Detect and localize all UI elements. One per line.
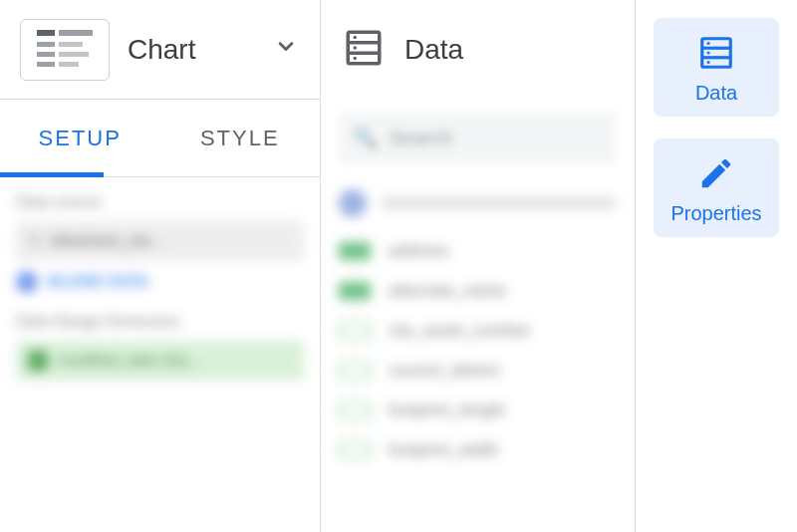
field-name: footprint_width — [389, 440, 499, 460]
svg-rect-4 — [37, 52, 55, 57]
rail-data-label: Data — [695, 82, 737, 105]
data-fields-panel: Data 🔍 Search address alternate_name cit… — [321, 0, 636, 532]
chart-type-label: Chart — [128, 34, 254, 66]
data-panel-header: Data — [321, 0, 635, 100]
table-chart-icon — [20, 19, 110, 81]
svg-point-12 — [354, 46, 358, 50]
field-name: alternate_name — [389, 281, 506, 301]
source-name-placeholder — [381, 198, 617, 208]
fields-list: address alternate_name city_asset_number… — [321, 225, 635, 476]
date-range-label: Date Range Dimension — [16, 313, 304, 331]
dimension-badge — [339, 282, 371, 300]
metric-badge — [339, 362, 371, 380]
data-source-name: bikeshare_sta... — [51, 232, 163, 250]
tab-setup[interactable]: SETUP — [0, 100, 160, 176]
field-name: city_asset_number — [389, 321, 531, 341]
date-range-field: modified_date (Da... — [58, 352, 201, 370]
field-item[interactable]: footprint_length — [339, 391, 617, 430]
config-tabs: SETUP STYLE — [0, 100, 320, 177]
field-item[interactable]: address — [339, 231, 617, 271]
database-icon — [343, 27, 385, 73]
svg-rect-7 — [59, 62, 79, 67]
field-name: footprint_length — [389, 400, 505, 420]
edit-icon: ✎ — [28, 232, 41, 251]
search-placeholder: Search — [390, 127, 452, 149]
chevron-down-icon — [272, 31, 300, 68]
data-source-chip[interactable]: ✎ bikeshare_sta... — [16, 221, 304, 261]
database-icon — [697, 34, 735, 72]
field-item[interactable]: city_asset_number — [339, 311, 617, 351]
tab-style[interactable]: STYLE — [160, 100, 321, 176]
blend-icon — [16, 271, 38, 293]
svg-point-13 — [354, 57, 358, 61]
right-rail: Data Properties — [636, 0, 797, 532]
field-item[interactable]: alternate_name — [339, 271, 617, 311]
chart-config-panel: Chart SETUP STYLE Data source ✎ bikeshar… — [0, 0, 321, 532]
svg-point-18 — [707, 51, 710, 54]
data-source-row[interactable] — [339, 189, 617, 217]
field-name: council_district — [389, 361, 500, 381]
data-source-label: Data source — [16, 193, 304, 211]
field-item[interactable]: council_district — [339, 351, 617, 391]
data-panel-title: Data — [404, 34, 463, 66]
svg-rect-5 — [59, 52, 89, 57]
svg-rect-8 — [348, 32, 380, 64]
svg-rect-14 — [702, 39, 731, 68]
metric-badge — [339, 441, 371, 459]
svg-rect-6 — [37, 62, 55, 67]
pencil-icon — [697, 154, 735, 192]
rail-properties-label: Properties — [670, 202, 761, 225]
calendar-icon — [28, 351, 48, 371]
setup-body: Data source ✎ bikeshare_sta... BLEND DAT… — [0, 177, 320, 397]
metric-badge — [339, 401, 371, 419]
search-icon: 🔍 — [353, 126, 378, 149]
date-range-dimension-chip[interactable]: modified_date (Da... — [16, 341, 304, 381]
svg-rect-2 — [37, 42, 55, 47]
blend-label: BLEND DATA — [48, 273, 149, 291]
svg-point-17 — [707, 42, 710, 45]
svg-point-11 — [354, 36, 358, 40]
svg-point-19 — [707, 61, 710, 64]
field-item[interactable]: footprint_width — [339, 430, 617, 470]
svg-rect-0 — [37, 30, 55, 36]
rail-properties-button[interactable]: Properties — [654, 138, 779, 237]
metric-badge — [339, 322, 371, 340]
field-name: address — [389, 241, 448, 261]
svg-rect-3 — [59, 42, 83, 47]
rail-data-button[interactable]: Data — [654, 18, 779, 117]
source-icon — [339, 189, 367, 217]
dimension-badge — [339, 242, 371, 260]
chart-type-selector[interactable]: Chart — [0, 0, 320, 100]
field-search-input[interactable]: 🔍 Search — [339, 112, 617, 163]
blend-data-button[interactable]: BLEND DATA — [16, 271, 304, 293]
svg-rect-1 — [59, 30, 93, 36]
